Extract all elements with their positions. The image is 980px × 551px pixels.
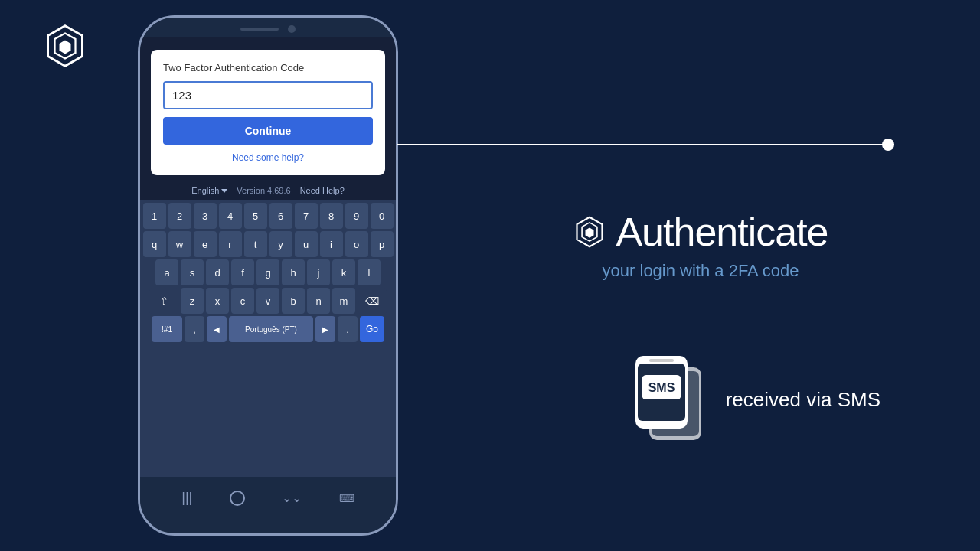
phone-speaker xyxy=(240,28,279,31)
sms-section: SMS received via SMS xyxy=(626,348,880,452)
key-6[interactable]: 6 xyxy=(270,203,292,229)
key-9[interactable]: 9 xyxy=(345,203,368,229)
dialog-title: Two Factor Authentication Code xyxy=(163,62,373,73)
key-s[interactable]: s xyxy=(181,259,204,285)
authenticate-heading: Authenticate xyxy=(616,209,828,255)
sms-phone-icon: SMS xyxy=(626,348,710,452)
lang-label-key[interactable]: Português (PT) xyxy=(229,316,313,342)
key-g[interactable]: g xyxy=(256,259,279,285)
key-t[interactable]: t xyxy=(244,231,267,257)
key-q[interactable]: q xyxy=(143,231,166,257)
keyboard-row-q: q w e r t y u i o p xyxy=(142,231,394,257)
comma-key[interactable]: , xyxy=(185,316,204,342)
key-3[interactable]: 3 xyxy=(194,203,217,229)
code-input[interactable] xyxy=(163,81,373,109)
blockscore-icon xyxy=(573,215,606,249)
key-h[interactable]: h xyxy=(282,259,305,285)
symbols-key[interactable]: !#1 xyxy=(152,316,182,342)
authenticate-subtitle: your login with a 2FA code xyxy=(573,261,828,281)
chevron-down-icon xyxy=(221,189,227,193)
key-y[interactable]: y xyxy=(270,231,292,257)
keyboard-bottom-row: !#1 , ◀ Português (PT) ▶ . Go xyxy=(142,316,394,342)
keyboard-row-numbers: 1 2 3 4 5 6 7 8 9 0 xyxy=(142,203,394,229)
key-8[interactable]: 8 xyxy=(320,203,343,229)
key-a[interactable]: a xyxy=(155,259,178,285)
go-key[interactable]: Go xyxy=(360,316,384,342)
phone-mockup: Two Factor Authentication Code Continue … xyxy=(138,15,398,536)
key-4[interactable]: 4 xyxy=(219,203,242,229)
twofa-dialog: Two Factor Authentication Code Continue … xyxy=(151,50,385,175)
key-0[interactable]: 0 xyxy=(371,203,394,229)
key-l[interactable]: l xyxy=(358,259,381,285)
virtual-keyboard: 1 2 3 4 5 6 7 8 9 0 q w e r t xyxy=(140,200,396,477)
language-label: English xyxy=(191,186,219,195)
keyboard-row-z: ⇧ z x c v b n m ⌫ xyxy=(142,288,394,314)
phone-screen: Two Factor Authentication Code Continue … xyxy=(140,37,396,477)
app-logo xyxy=(42,23,88,69)
svg-marker-2 xyxy=(60,41,71,54)
recents-button[interactable]: ⌄⌄ xyxy=(282,491,302,505)
svg-text:SMS: SMS xyxy=(648,381,675,394)
period-key[interactable]: . xyxy=(338,316,358,342)
key-z[interactable]: z xyxy=(181,288,204,314)
key-2[interactable]: 2 xyxy=(168,203,191,229)
need-help-footer[interactable]: Need Help? xyxy=(300,186,345,195)
keyboard-row-a: a s d f g h j k l xyxy=(142,259,394,285)
phone-camera xyxy=(288,25,296,33)
key-d[interactable]: d xyxy=(206,259,229,285)
version-label: Version 4.69.6 xyxy=(237,186,290,195)
keyboard-hide-button[interactable]: ⌨ xyxy=(339,492,354,504)
key-w[interactable]: w xyxy=(168,231,191,257)
shift-key[interactable]: ⇧ xyxy=(149,288,178,314)
key-i[interactable]: i xyxy=(320,231,343,257)
key-f[interactable]: f xyxy=(231,259,254,285)
key-o[interactable]: o xyxy=(345,231,368,257)
key-u[interactable]: u xyxy=(295,231,318,257)
key-v[interactable]: v xyxy=(256,288,279,314)
sms-label: received via SMS xyxy=(726,388,880,412)
key-m[interactable]: m xyxy=(332,288,355,314)
phone-bottom-bar: ||| ⌄⌄ ⌨ xyxy=(140,477,396,519)
key-b[interactable]: b xyxy=(282,288,305,314)
svg-marker-5 xyxy=(586,228,594,238)
back-button[interactable]: ||| xyxy=(181,490,192,506)
key-5[interactable]: 5 xyxy=(244,203,267,229)
key-j[interactable]: j xyxy=(307,259,330,285)
home-button[interactable] xyxy=(230,491,245,506)
key-r[interactable]: r xyxy=(219,231,242,257)
key-p[interactable]: p xyxy=(371,231,394,257)
lang-next-key[interactable]: ▶ xyxy=(315,316,335,342)
key-k[interactable]: k xyxy=(332,259,355,285)
key-n[interactable]: n xyxy=(307,288,330,314)
key-e[interactable]: e xyxy=(194,231,217,257)
key-1[interactable]: 1 xyxy=(143,203,166,229)
authenticate-section: Authenticate your login with a 2FA code xyxy=(573,209,828,281)
info-bar: English Version 4.69.6 Need Help? xyxy=(140,181,396,200)
svg-rect-12 xyxy=(649,359,674,362)
lang-prev-key[interactable]: ◀ xyxy=(207,316,227,342)
right-panel: Authenticate your login with a 2FA code … xyxy=(421,0,980,551)
backspace-key[interactable]: ⌫ xyxy=(358,288,387,314)
language-selector[interactable]: English xyxy=(191,186,227,195)
need-help-link[interactable]: Need some help? xyxy=(163,152,373,163)
continue-button[interactable]: Continue xyxy=(163,117,373,145)
key-c[interactable]: c xyxy=(231,288,254,314)
key-7[interactable]: 7 xyxy=(295,203,318,229)
key-x[interactable]: x xyxy=(206,288,229,314)
